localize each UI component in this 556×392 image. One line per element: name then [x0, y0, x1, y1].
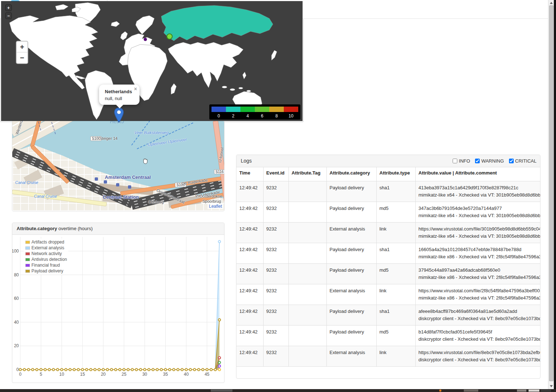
- data-point: [177, 369, 179, 371]
- legend-item: Antivirus detection: [25, 257, 67, 262]
- close-icon[interactable]: ×: [134, 86, 137, 92]
- log-cell: [288, 263, 326, 284]
- country-madagascar: [171, 83, 176, 94]
- log-cell: Payload delivery: [326, 243, 376, 263]
- log-value-cell: 37945c44a897aa42a66adcab68f560e0mimikatz…: [415, 263, 540, 284]
- map-zoom-control: + −: [16, 41, 28, 64]
- taskbar-item[interactable]: [211, 389, 232, 392]
- country-indonesia: [230, 89, 235, 91]
- rail-station-icon: [95, 177, 98, 181]
- world-map[interactable]: 0246810 + −: [1, 1, 303, 121]
- data-point-end: [218, 361, 221, 363]
- y-tick-label: 60: [14, 296, 19, 301]
- logs-table: TimeEvent.idAttribute.TagAttribute.categ…: [236, 167, 540, 367]
- y-tick-label: 80: [14, 272, 19, 277]
- taskbar-item[interactable]: [517, 389, 526, 392]
- log-cell: 12:49:42: [236, 325, 263, 346]
- log-cell: [288, 305, 326, 325]
- filter-info-checkbox[interactable]: [453, 159, 457, 163]
- data-point-end: [218, 357, 221, 359]
- log-cell: Payload delivery: [326, 181, 376, 202]
- scrollbar-thumb[interactable]: [549, 5, 553, 381]
- log-cell: 12:49:42: [236, 243, 263, 263]
- data-point: [102, 369, 104, 371]
- map-label: Canal Cruise: [15, 180, 38, 185]
- legend-color-swatch: [226, 107, 240, 112]
- log-cell: sha1: [376, 305, 415, 325]
- column-header: Attribute.value | Attribute.comment: [415, 167, 540, 181]
- column-header: Attribute.category: [326, 167, 376, 181]
- x-tick-label: 20: [101, 372, 106, 377]
- road-shield-badge: S116: [214, 169, 224, 174]
- choropleth-legend: 0246810: [209, 104, 300, 120]
- taskbar-item[interactable]: [439, 389, 441, 392]
- attribute-category-panel: Attribute.category overtime (hours) Arti…: [12, 223, 224, 383]
- data-point: [181, 369, 183, 371]
- data-point: [85, 369, 87, 371]
- log-cell: Payload delivery: [326, 325, 376, 346]
- map-marker-pin[interactable]: [114, 107, 124, 123]
- log-cell: 12:49:42: [236, 284, 263, 305]
- filter-warning-checkbox[interactable]: [475, 159, 480, 163]
- map-label: Steiger 14: [99, 136, 117, 141]
- data-point: [197, 369, 200, 371]
- y-tick-label: 0: [16, 367, 19, 372]
- column-header: Attribute.type: [376, 167, 415, 181]
- x-tick-label: 35: [163, 372, 168, 377]
- data-point: [140, 369, 142, 371]
- log-cell: 9232: [263, 202, 288, 222]
- data-point: [135, 369, 137, 371]
- scroll-down-arrow-icon[interactable]: [550, 385, 553, 387]
- filter-warning[interactable]: WARNING: [475, 158, 504, 164]
- data-point-end: [218, 365, 221, 367]
- log-cell: [288, 243, 326, 263]
- data-point: [168, 369, 171, 371]
- logs-header: Logs INFOWARNINGCRITICAL: [236, 155, 540, 167]
- column-header: Event.id: [263, 167, 288, 181]
- country-japan: [271, 50, 277, 60]
- data-point: [52, 369, 55, 371]
- series-line-payload-delivery: [20, 320, 219, 370]
- log-cell: 12:49:42: [236, 202, 263, 222]
- legend-item: Network activity: [25, 251, 67, 257]
- filter-critical-checkbox[interactable]: [509, 159, 514, 163]
- taskbar-item[interactable]: [464, 389, 478, 392]
- log-cell: 9232: [263, 325, 288, 346]
- filter-info[interactable]: INFO: [453, 158, 470, 164]
- filter-critical[interactable]: CRITICAL: [509, 158, 536, 164]
- window-edge: [554, 0, 556, 392]
- data-point-end: [218, 241, 221, 243]
- legend-item: Financial fraud: [25, 262, 67, 268]
- log-cell: 9232: [263, 305, 288, 325]
- log-cell: 9232: [263, 263, 288, 284]
- svg-text:−: −: [7, 13, 10, 18]
- legend-color-box: [25, 258, 30, 261]
- x-tick-label: 15: [80, 372, 85, 377]
- log-row: 12:49:429232Payload deliverysha1afeee8b4…: [236, 305, 540, 325]
- legend-color-box: [25, 241, 30, 244]
- log-row: 12:49:429232Payload deliverysha1413eba39…: [236, 181, 540, 202]
- log-cell: 9232: [263, 181, 288, 202]
- vertical-scrollbar[interactable]: [548, 0, 554, 389]
- taskbar-item[interactable]: [541, 389, 551, 392]
- svg-text:+: +: [7, 5, 10, 10]
- data-point: [31, 369, 34, 371]
- scroll-up-arrow-icon[interactable]: [550, 2, 553, 4]
- data-point: [23, 369, 25, 371]
- data-point: [148, 369, 150, 371]
- map-popup: Netherlands null, null ×: [99, 85, 140, 105]
- map-zoom-out-button[interactable]: −: [17, 52, 27, 63]
- map-zoom-in-button[interactable]: +: [17, 42, 27, 52]
- log-cell: md5: [376, 202, 415, 222]
- taskbar[interactable]: [0, 389, 556, 392]
- data-point: [131, 369, 133, 371]
- data-point: [69, 369, 71, 371]
- data-point: [61, 369, 63, 371]
- data-point: [106, 369, 108, 371]
- taskbar-item[interactable]: [529, 389, 539, 392]
- legend-item: Payload delivery: [25, 268, 67, 274]
- data-point: [73, 369, 75, 371]
- map-attribution-link[interactable]: Leaflet: [208, 203, 223, 209]
- log-cell: sha1: [376, 243, 415, 263]
- series-line-network-activity: [20, 358, 219, 370]
